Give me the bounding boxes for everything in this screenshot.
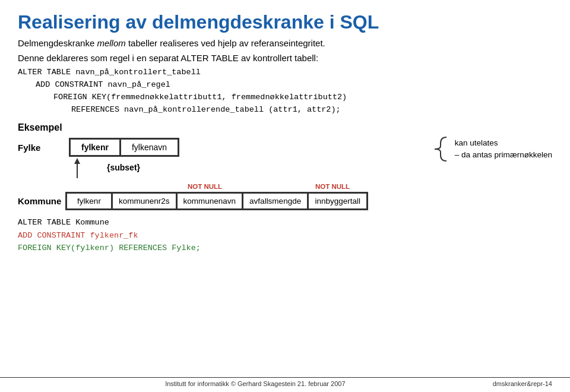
fylkenr-cell: fylkenr [69, 138, 121, 157]
arrow-subset-area: {subset} [65, 157, 411, 179]
not-null-2: NOT NULL [303, 181, 362, 191]
k-avfallsmengde-cell: avfallsmengde [243, 192, 309, 210]
subset-label: {subset} [107, 163, 140, 172]
left-side: Eksempel Fylke fylkenr fylkenavn {subset… [18, 122, 411, 210]
k-innbyggertall-cell: innbyggertall [309, 192, 368, 210]
code-line4: REFERENCES navn_på_kontrollerende_tabell… [71, 104, 552, 116]
kommune-row: Kommune fylkenr kommunenr2s kommunenavn … [18, 192, 411, 210]
k-fylkenr-cell: fylkenr [65, 192, 113, 210]
fylkenavn-cell: fylkenavn [121, 138, 179, 157]
bottom-line2: ADD CONSTRAINT fylkenr_fk [18, 229, 552, 242]
code-line3: FOREIGN KEY(fremmednøkkelattributt1, fre… [53, 91, 552, 104]
kommune-label: Kommune [18, 196, 65, 206]
k-kommunenr2s-cell: kommunenr2s [113, 192, 178, 210]
page-title: Realisering av delmengdeskranke i SQL [18, 11, 552, 33]
footer: Institutt for informatikk © Gerhard Skag… [0, 377, 570, 387]
k-kommunenavn-cell: kommunenavn [178, 192, 244, 210]
bottom-line3-text: FOREIGN KEY(fylkenr) REFERENCES Fylke; [18, 244, 201, 252]
fylke-table: fylkenr fylkenavn [69, 138, 179, 157]
up-arrow-svg [65, 157, 113, 179]
bottom-code-section: ALTER TABLE Kommune ADD CONSTRAINT fylke… [18, 216, 552, 255]
svg-marker-1 [74, 158, 80, 164]
right-annotation: kan utelates – da antas primærnøkkelen [417, 122, 552, 164]
curly-brace-svg [417, 134, 452, 164]
fylke-label: Fylke [18, 143, 65, 153]
curly-annotation: kan utelates – da antas primærnøkkelen [417, 134, 552, 164]
code-block: ALTER TABLE navn_på_kontrollert_tabell A… [18, 67, 552, 116]
code-line2: ADD CONSTRAINT navn_på_regel [36, 79, 552, 91]
subtitle: Delmengdeskranke mellom tabeller realise… [18, 38, 552, 48]
footer-right: dmskranker&repr-14 [493, 380, 552, 387]
subtitle-rest: tabeller realiseres ved hjelp av referan… [126, 38, 325, 48]
bottom-line1: ALTER TABLE Kommune [18, 216, 552, 229]
kommune-section: NOT NULL NOT NULL Kommune fylkenr kommun… [18, 181, 411, 210]
subtitle-text: Delmengdeskranke [18, 38, 97, 48]
not-null-1: NOT NULL [172, 181, 238, 191]
bottom-line3: FOREIGN KEY(fylkenr) REFERENCES Fylke; [18, 242, 552, 255]
code-line1: ALTER TABLE navn_på_kontrollert_tabell [18, 67, 552, 79]
footer-center: Institutt for informatikk © Gerhard Skag… [18, 380, 493, 387]
kan-utelates-text: kan utelates – da antas primærnøkkelen [455, 137, 552, 162]
description: Denne deklareres som regel i en separat … [18, 53, 552, 63]
subtitle-italic: mellom [97, 38, 125, 48]
not-null-row: NOT NULL NOT NULL [65, 181, 411, 191]
kommune-table: fylkenr kommunenr2s kommunenavn avfallsm… [65, 192, 368, 210]
example-label: Eksempel [18, 122, 411, 133]
example-section: Eksempel Fylke fylkenr fylkenavn {subset… [18, 122, 552, 210]
fylke-row: Fylke fylkenr fylkenavn [18, 138, 411, 157]
